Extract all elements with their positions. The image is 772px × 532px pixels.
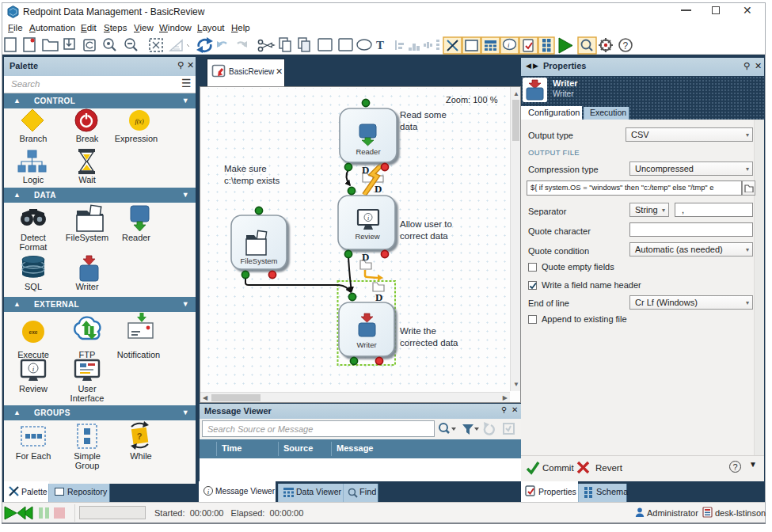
svg-text:Writer: Writer <box>356 340 376 349</box>
svg-text:Allow user to: Allow user to <box>400 219 452 229</box>
svg-text:T: T <box>376 39 384 51</box>
svg-text:Make sure: Make sure <box>224 164 267 173</box>
svg-text:Write the: Write the <box>400 326 436 336</box>
svg-text:D: D <box>375 183 382 195</box>
svg-text:D: D <box>375 291 382 303</box>
svg-text:Read some: Read some <box>400 110 447 120</box>
svg-text:?: ? <box>623 40 629 51</box>
svg-text:exe: exe <box>29 329 38 335</box>
svg-text:f(x): f(x) <box>135 118 143 125</box>
svg-text:i: i <box>367 215 369 222</box>
svg-text:data: data <box>400 122 418 131</box>
svg-text:D: D <box>362 251 369 263</box>
svg-text:correct data: correct data <box>400 231 448 241</box>
svg-text:D: D <box>362 164 369 176</box>
svg-text:Reader: Reader <box>356 147 380 156</box>
svg-text:Review: Review <box>355 232 379 241</box>
svg-text:c:\temp exists: c:\temp exists <box>224 176 280 185</box>
svg-text:?: ? <box>137 431 143 441</box>
svg-text:FileSystem: FileSystem <box>241 256 278 265</box>
svg-text:corrected data: corrected data <box>400 338 458 348</box>
